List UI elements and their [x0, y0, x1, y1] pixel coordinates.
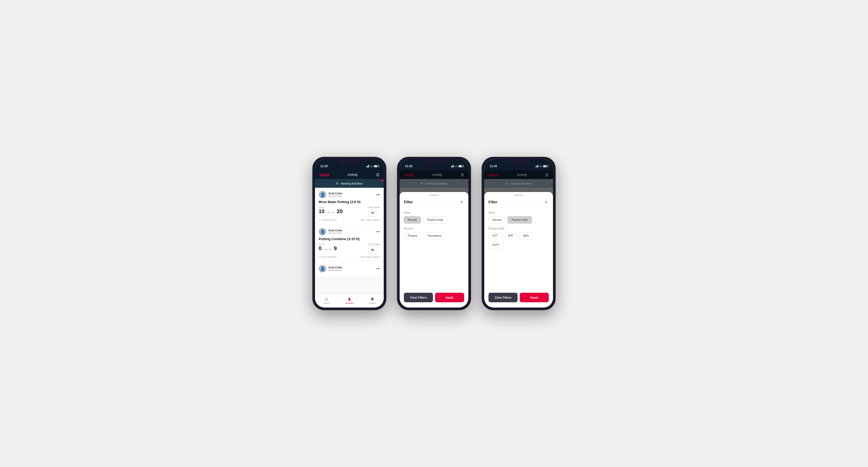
- practice-label-3: Practice Drills: [489, 227, 549, 230]
- red-dot-1: [381, 180, 383, 182]
- more-btn-3[interactable]: •••: [376, 267, 380, 271]
- score-value-2: 0: [319, 245, 321, 251]
- screen-content-1: Josh Coles 28 Feb 2023 ••• Must Make Put…: [315, 188, 384, 294]
- score-section-2: Score 0 OUT OF 9: [319, 243, 337, 251]
- sq-badge-2: 45: [368, 246, 376, 254]
- avatar-2: [319, 228, 326, 235]
- clear-filters-btn-3[interactable]: Clear Filters: [489, 293, 518, 302]
- filter-icon-1: ⊞: [336, 182, 338, 185]
- activity-title-1: Must Make Putting (3-6 ft): [319, 200, 380, 204]
- filter-modal-3: Filter ✕ Show Rounds Practice Drills Pra…: [484, 192, 553, 308]
- rounds-buttons-2: Practice Tournament: [404, 232, 464, 239]
- show-buttons-3: Rounds Practice Drills: [489, 216, 549, 223]
- ott-btn-3[interactable]: OTT: [489, 232, 502, 239]
- shot-quality-section-2: Shot Quality 45: [368, 243, 380, 254]
- card-header-2: Josh Coles 28 Feb 2023 •••: [319, 228, 380, 235]
- nav-home-1[interactable]: ⌂ Home: [315, 297, 338, 304]
- putt-btn-3[interactable]: PUTT: [489, 242, 503, 249]
- user-details-1: Josh Coles 28 Feb 2023: [328, 192, 342, 197]
- practice-drills-show-btn-2[interactable]: Practice Drills: [423, 216, 447, 223]
- signal-bar-8: [453, 165, 454, 167]
- tournament-btn-2[interactable]: Tournament: [424, 232, 445, 239]
- signal-bars-2: [451, 165, 454, 167]
- battery-icon-2: [458, 165, 463, 167]
- menu-icon-1[interactable]: ☰: [376, 173, 379, 177]
- user-info-1: Josh Coles 28 Feb 2023: [319, 191, 342, 198]
- show-label-3: Show: [489, 211, 549, 214]
- avatar-1: [319, 191, 326, 198]
- data-source-1: Data: Clippd Capture: [360, 219, 380, 221]
- filter-modal-2: Filter ✕ Show Rounds Practice Drills Rou…: [400, 192, 468, 308]
- more-btn-1[interactable]: •••: [376, 192, 380, 197]
- stats-row-2: Score 0 OUT OF 9 Shot Quality 45: [319, 243, 380, 254]
- home-icon-1: ⌂: [325, 297, 328, 302]
- sq-label-1: Shot Quality: [368, 206, 380, 208]
- score-label-2: Score: [319, 243, 337, 245]
- filter-title-3: Filter: [489, 200, 497, 204]
- signal-bar-1: [366, 166, 367, 167]
- shot-quality-section-1: Shot Quality 75: [368, 206, 380, 217]
- shots-value-2: 9: [334, 245, 337, 251]
- signal-bar-7: [453, 165, 453, 167]
- user-info-2: Josh Coles 28 Feb 2023: [319, 228, 342, 235]
- score-section-1: Score 10 OUT OF 20: [319, 206, 343, 214]
- viewing-bar-text-1: Viewing Activities: [340, 182, 363, 185]
- arg-btn-3[interactable]: ARG: [519, 232, 533, 239]
- stats-row-1: Score 10 OUT OF 20 Shot Quality 75: [319, 206, 380, 217]
- activity-card-3: Josh Coles 28 Feb 2023 •••: [315, 262, 384, 277]
- shots-value-1: 20: [337, 208, 342, 214]
- card-footer-2: ⓘ Test Information Data: Clippd Capture: [319, 255, 380, 258]
- phone-2-inner: 11:33 ▲ clippd Activity: [400, 159, 468, 308]
- data-source-2: Data: Clippd Capture: [360, 256, 380, 258]
- signal-bar-10: [536, 166, 537, 167]
- rounds-show-btn-3[interactable]: Rounds: [489, 216, 505, 223]
- signal-bar-2: [367, 166, 368, 167]
- apply-btn-2[interactable]: Apply: [435, 293, 464, 302]
- user-name-2: Josh Coles: [328, 229, 342, 232]
- activities-icon-1: ♟: [347, 297, 351, 302]
- clear-filters-btn-2[interactable]: Clear Filters: [404, 293, 433, 302]
- filter-header-3: Filter ✕: [484, 196, 553, 208]
- app-logo-1: clippd: [319, 173, 329, 177]
- phone-2: 11:33 ▲ clippd Activity: [397, 157, 471, 310]
- score-label-1: Score: [319, 206, 343, 208]
- signal-bar-3: [368, 165, 368, 167]
- user-date-2: 28 Feb 2023: [328, 232, 342, 235]
- status-icons-1: ▲: [366, 165, 378, 167]
- more-btn-2[interactable]: •••: [376, 229, 380, 234]
- status-time-2: 11:33: [405, 164, 412, 168]
- user-name-3: Josh Coles: [328, 266, 342, 269]
- close-btn-3[interactable]: ✕: [544, 199, 549, 205]
- nav-activities-1[interactable]: ♟ Activities: [338, 297, 361, 304]
- signal-bar-6: [452, 166, 452, 167]
- battery-icon-1: [374, 165, 378, 167]
- rounds-show-btn-2[interactable]: Rounds: [404, 216, 421, 223]
- signal-bar-4: [369, 165, 369, 167]
- avatar-img-3: [319, 265, 326, 272]
- notch-3: [507, 159, 530, 165]
- top-nav-1: clippd Activity ☰: [315, 170, 384, 179]
- status-icons-2: ▲: [451, 165, 463, 167]
- practice-drills-show-btn-3[interactable]: Practice Drills: [507, 216, 532, 223]
- signal-bar-9: [535, 166, 536, 167]
- sq-badge-1: 75: [368, 209, 376, 217]
- home-label-1: Home: [324, 302, 329, 304]
- user-info-3: Josh Coles 28 Feb 2023: [319, 265, 342, 272]
- viewing-bar-1[interactable]: ⊞ Viewing Activities: [315, 179, 384, 188]
- nav-capture-1[interactable]: ⊕ Capture: [361, 297, 384, 304]
- battery-fill-2: [459, 165, 462, 167]
- user-name-1: Josh Coles: [328, 192, 342, 195]
- user-details-3: Josh Coles 28 Feb 2023: [328, 266, 342, 272]
- apply-btn-3[interactable]: Apply: [520, 293, 549, 302]
- notch-2: [422, 159, 446, 165]
- app-btn-3[interactable]: APP: [504, 232, 517, 239]
- filter-body-3: Show Rounds Practice Drills Practice Dri…: [484, 208, 553, 289]
- phones-container: 11:33 ▲ clippd Activity: [312, 157, 556, 310]
- battery-icon-3: [543, 165, 548, 167]
- bottom-nav-1: ⌂ Home ♟ Activities ⊕ Capture: [315, 294, 384, 308]
- practice-rounds-btn-2[interactable]: Practice: [404, 232, 421, 239]
- filter-header-2: Filter ✕: [400, 196, 468, 208]
- card-footer-1: ⓘ Test Information Data: Clippd Capture: [319, 218, 380, 221]
- close-btn-2[interactable]: ✕: [459, 199, 464, 205]
- nav-title-1: Activity: [348, 173, 358, 177]
